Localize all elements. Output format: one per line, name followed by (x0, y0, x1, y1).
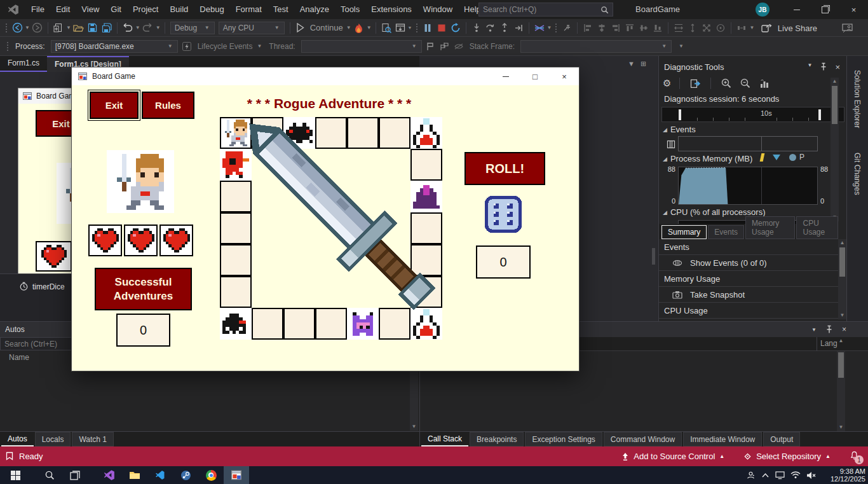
diag-tab-events[interactable]: Events (708, 225, 744, 239)
callstack-scrollbar[interactable]: ▼ (837, 351, 845, 431)
roll-button[interactable]: ROLL! (465, 152, 545, 185)
save-icon[interactable] (87, 22, 98, 34)
language-column[interactable]: Lang (820, 339, 837, 348)
menu-format[interactable]: Format (230, 0, 268, 19)
make-same-size-icon[interactable] (701, 22, 712, 34)
successful-adventures-button[interactable]: SuccessfulAdventures (95, 268, 192, 310)
menu-tools[interactable]: Tools (335, 0, 365, 19)
taskbar-vscode[interactable] (147, 466, 173, 484)
lifecycle-events-label[interactable]: Lifecycle Events (198, 42, 253, 51)
navigate-forward-icon[interactable] (32, 22, 43, 34)
menu-build[interactable]: Build (164, 0, 194, 19)
step-out-icon[interactable] (499, 22, 510, 34)
taskbar-clock[interactable]: 9:38 AM 12/12/2025 (824, 467, 865, 483)
tab-output[interactable]: Output (763, 432, 800, 446)
game-title-bar[interactable]: Board Game □ × (72, 67, 579, 85)
select-repository[interactable]: Select Repository▲ (743, 452, 831, 461)
close-button[interactable]: × (839, 0, 868, 19)
continue-icon[interactable] (295, 22, 306, 34)
menu-git[interactable]: Git (105, 0, 127, 19)
menu-debug[interactable]: Debug (194, 0, 229, 19)
tab-git-changes[interactable]: Git Changes (853, 153, 862, 195)
menu-extensions[interactable]: Extensions (365, 0, 417, 19)
volume-muted-icon[interactable] (806, 471, 817, 480)
step-into-icon[interactable] (471, 22, 482, 34)
show-next-statement-icon[interactable] (513, 22, 524, 34)
take-snapshot-link[interactable]: Take Snapshot (659, 287, 838, 303)
find-in-files-icon[interactable] (381, 22, 392, 34)
size-to-grid-icon[interactable] (715, 22, 726, 34)
menu-file[interactable]: File (25, 0, 50, 19)
restore-button[interactable] (811, 0, 839, 19)
gear-icon[interactable]: ⚙ (663, 78, 671, 89)
make-same-width-icon[interactable] (673, 22, 684, 34)
keep-margin-icon[interactable] (561, 22, 573, 34)
tab-immediate-window[interactable]: Immediate Window (683, 432, 762, 446)
timer-component[interactable]: timerDice (19, 282, 65, 291)
pin-icon[interactable] (825, 325, 833, 334)
feedback-icon[interactable] (841, 22, 853, 34)
save-all-icon[interactable] (101, 22, 112, 34)
tab-watch-1[interactable]: Watch 1 (72, 432, 114, 446)
taskbar-file-explorer[interactable] (122, 466, 147, 484)
configuration-dropdown[interactable]: Debug▼ (170, 22, 215, 34)
tab-breakpoints[interactable]: Breakpoints (470, 432, 524, 446)
memory-section-header[interactable]: ◢Process Memory (MB) (663, 154, 752, 163)
zoom-in-icon[interactable] (721, 78, 732, 89)
tab-form1-cs[interactable]: Form1.cs (0, 56, 47, 72)
horizontal-spacing-icon[interactable] (736, 22, 747, 34)
taskbar-steam[interactable] (173, 466, 198, 484)
menu-test[interactable]: Test (268, 0, 294, 19)
taskbar-search-button[interactable] (37, 466, 62, 484)
diag-tab-cpu-usage[interactable]: CPU Usage (796, 216, 838, 239)
close-panel-icon[interactable]: × (835, 62, 840, 72)
timeline-ruler[interactable]: 10s (661, 107, 844, 122)
wifi-icon[interactable] (790, 471, 801, 479)
show-threads-icon[interactable] (534, 22, 545, 34)
tab-autos[interactable]: Autos (1, 432, 34, 446)
thread-dropdown[interactable]: ▼ (301, 40, 422, 53)
align-centers-icon[interactable] (596, 22, 607, 34)
editor-scrollbar-thumb[interactable] (652, 248, 655, 265)
game-minimize-button[interactable] (491, 67, 520, 85)
menu-edit[interactable]: Edit (50, 0, 76, 19)
step-over-icon[interactable] (485, 22, 496, 34)
start-button[interactable] (3, 466, 28, 484)
align-bottoms-icon[interactable] (652, 22, 663, 34)
game-close-button[interactable]: × (550, 67, 579, 85)
restart-icon[interactable] (450, 22, 461, 34)
show-events-link[interactable]: Show Events (0 of 0) (659, 255, 838, 271)
doc-well-dropdown-icon[interactable]: ▼ (628, 60, 635, 67)
game-maximize-button[interactable]: □ (520, 67, 550, 85)
show-all-windows-icon[interactable] (395, 22, 406, 34)
tab-call-stack[interactable]: Call Stack (421, 432, 468, 446)
redo-icon[interactable] (142, 22, 154, 34)
undo-icon[interactable] (122, 22, 133, 34)
panel-menu-icon[interactable]: ▼ (807, 62, 812, 72)
open-file-icon[interactable] (73, 22, 85, 34)
new-project-icon[interactable] (53, 22, 64, 34)
cpu-section-header[interactable]: ◢CPU (% of all processors) (663, 207, 765, 217)
menu-window[interactable]: Window (417, 0, 458, 19)
break-all-icon[interactable] (422, 22, 433, 34)
menu-analyze[interactable]: Analyze (294, 0, 335, 19)
show-flagged-only-icon[interactable] (439, 41, 451, 52)
menu-project[interactable]: Project (127, 0, 164, 19)
process-dropdown[interactable]: [9708] BoardGame.exe▼ (51, 40, 178, 53)
align-rights-icon[interactable] (610, 22, 621, 34)
panel-menu-icon[interactable]: ▼ (811, 327, 817, 333)
hidden-icons-chevron[interactable] (761, 473, 770, 478)
minimize-button[interactable] (782, 0, 811, 19)
live-share-control[interactable]: Live Share (760, 19, 817, 37)
stack-frame-dropdown[interactable]: ▼ (520, 40, 672, 53)
taskbar-boardgame-app[interactable] (224, 466, 249, 484)
tab-command-window[interactable]: Command Window (604, 432, 682, 446)
task-view-button[interactable] (62, 466, 88, 484)
display-icon[interactable] (775, 471, 785, 480)
menu-view[interactable]: View (76, 0, 105, 19)
callstack-scroll-up[interactable]: ▲ (837, 337, 845, 345)
toggle-current-thread-icon[interactable] (453, 41, 465, 52)
navigate-back-icon[interactable] (11, 22, 23, 34)
align-lefts-icon[interactable] (582, 22, 593, 34)
continue-label[interactable]: Continue (310, 23, 343, 32)
